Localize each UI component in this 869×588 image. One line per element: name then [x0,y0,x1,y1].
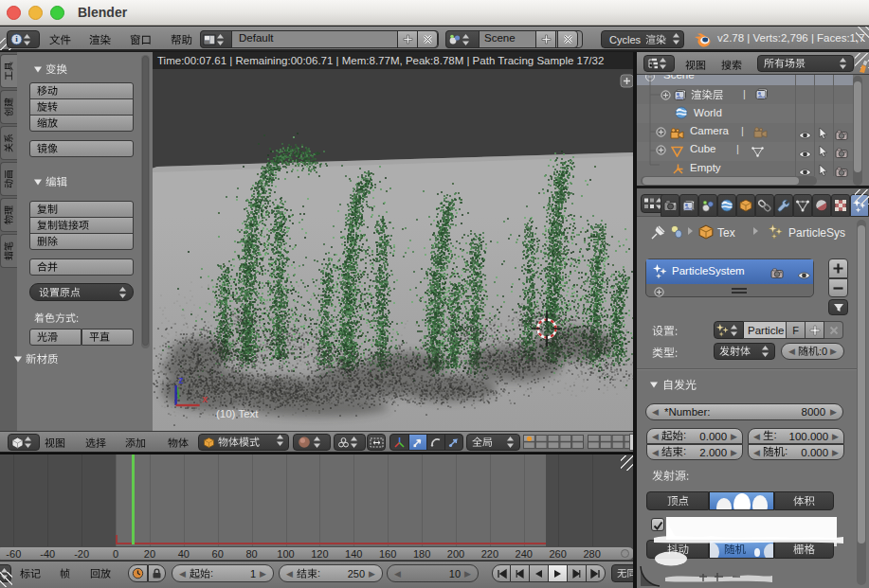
svg-text:z: z [179,375,184,385]
svg-text:(10) Text: (10) Text [216,408,259,419]
svg-text:x: x [203,394,208,404]
